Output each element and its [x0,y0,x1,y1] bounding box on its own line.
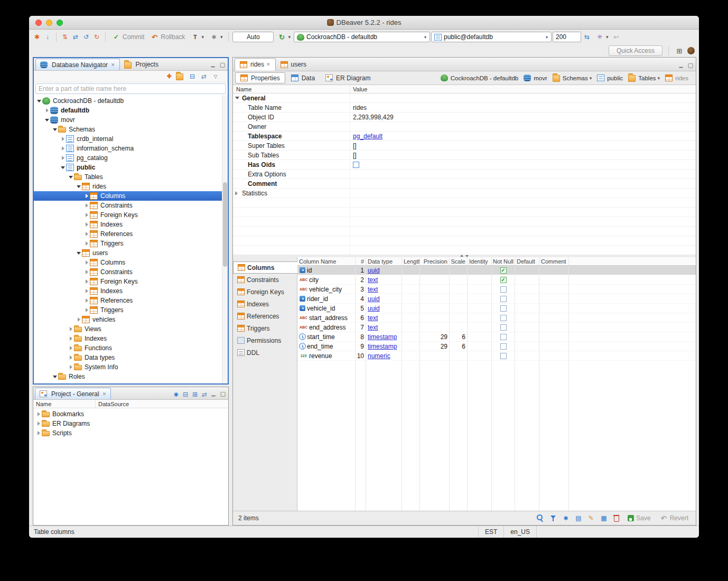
detail-tab-indexes[interactable]: Indexes [233,298,297,310]
dropdown-arrow-icon[interactable] [590,76,592,81]
expand-arrow-icon[interactable] [83,277,90,286]
show-folders-icon[interactable] [176,73,183,80]
tree-item-indexes[interactable]: Indexes [34,220,228,229]
tab-project-general[interactable]: Project - General [35,388,111,399]
not-null-checkbox[interactable] [500,315,507,321]
collapse-arrow-icon[interactable] [60,163,66,172]
column-row-start-time[interactable]: start_time8timestamp296 [297,332,696,342]
tree-item-rides[interactable]: rides [34,182,228,191]
detail-tab-ddl[interactable]: DDL [233,346,297,359]
detail-tab-foreign-keys[interactable]: Foreign Keys [233,286,297,298]
grid-header-not-null[interactable]: Not Null [492,257,515,265]
tree-item-defaultdb[interactable]: defaultdb [34,106,228,115]
transaction-settings-button[interactable] [207,31,225,43]
gear-icon[interactable] [562,514,570,522]
tree-item-references[interactable]: References [34,229,228,239]
tree-item-triggers[interactable]: Triggers [34,239,228,248]
column-row-vehicle-city[interactable]: vehicle_city3text [297,285,696,294]
column-type-link[interactable]: numeric [368,352,390,360]
tablespace-link[interactable]: pg_default [353,133,382,140]
new-wizard-icon[interactable] [32,32,42,42]
view-menu-icon[interactable] [211,72,220,81]
transaction-mode-button[interactable] [188,31,206,43]
link-with-editor-icon[interactable] [199,72,209,81]
expand-arrow-icon[interactable] [76,315,82,324]
grid-header-data-type[interactable]: Data type [366,257,402,265]
tree-item-foreign-keys[interactable]: Foreign Keys [34,210,228,220]
tree-item-cockroachdb-defaultdb[interactable]: CockroachDB - defaultdb [34,96,228,106]
undo-transaction-icon[interactable] [81,32,91,42]
expand-arrow-icon[interactable] [83,210,90,220]
property-group-general[interactable]: General [233,93,696,103]
tab-properties[interactable]: Properties [235,72,285,83]
rollback-button[interactable]: Rollback [147,31,187,43]
zoom-window-button[interactable] [57,20,63,26]
breadcrumb-item-cockroachdb-defaultdb[interactable]: CockroachDB - defaultdb [441,74,518,81]
expand-arrow-icon[interactable] [68,353,74,362]
sql-generator-button[interactable] [593,31,611,43]
tree-item-schemas[interactable]: Schemas [34,125,228,134]
column-type-link[interactable]: timestamp [368,333,397,341]
close-icon[interactable] [111,62,115,68]
project-item-scripts[interactable]: Scripts [33,428,228,438]
tree-item-indexes[interactable]: Indexes [34,286,228,296]
not-null-checkbox[interactable] [500,286,507,293]
redo-transaction-icon[interactable] [92,32,101,42]
save-button[interactable]: Save [625,513,652,523]
detail-tab-constraints[interactable]: Constraints [233,274,297,286]
tree-item-constraints[interactable]: Constraints [34,267,228,277]
execute-script-icon[interactable] [71,32,80,42]
back-navigation-icon[interactable] [612,32,621,42]
revert-button[interactable]: Revert [658,513,690,523]
tree-item-functions[interactable]: Functions [34,343,228,353]
tree-item-columns[interactable]: Columns [34,191,228,201]
project-item-er-diagrams[interactable]: ER Diagrams [33,419,228,428]
connection-select[interactable]: CockroachDB - defaultdb [294,32,430,42]
column-row-start-address[interactable]: start_address6text [297,313,696,323]
expand-arrow-icon[interactable] [83,296,90,305]
expand-arrow-icon[interactable] [44,106,50,115]
not-null-checkbox[interactable] [500,353,507,359]
tree-item-crdb-internal[interactable]: crdb_internal [34,134,228,144]
column-type-link[interactable]: text [368,286,378,293]
tree-item-constraints[interactable]: Constraints [34,201,228,210]
column-row-revenue[interactable]: revenue10numeric [297,351,696,361]
close-window-button[interactable] [35,20,42,26]
schema-select[interactable]: public@defaultdb [431,32,552,42]
grid-header-[interactable]: # [356,257,366,265]
editor-tab-rides[interactable]: rides [235,58,276,71]
expand-arrow-icon[interactable] [60,144,66,153]
property-row-sub-tables[interactable]: Sub Tables[] [233,151,696,160]
not-null-checkbox[interactable] [500,324,507,331]
property-row-extra-options[interactable]: Extra Options [233,170,696,179]
property-row-super-tables[interactable]: Super Tables[] [233,141,696,151]
tree-item-triggers[interactable]: Triggers [34,305,228,315]
breadcrumb-item-schemas[interactable]: Schemas [553,74,592,82]
property-row-tablespace[interactable]: Tablespacepg_default [233,132,696,141]
expand-arrow-icon[interactable] [83,286,90,296]
dropdown-arrow-icon[interactable] [658,76,660,81]
property-row-has-oids[interactable]: Has Oids [233,160,696,170]
tree-item-columns[interactable]: Columns [34,258,228,267]
new-object-icon[interactable] [164,72,174,81]
group-toggle-icon[interactable] [235,191,241,195]
expand-arrow-icon[interactable] [68,324,74,334]
group-toggle-icon[interactable] [235,95,241,101]
expand-arrow-icon[interactable] [68,334,74,343]
combo-arrow-icon[interactable] [421,32,430,42]
table-filter-input[interactable] [35,83,226,94]
breadcrumb-item-public[interactable]: public [597,74,623,81]
grid-header-column-name[interactable]: Column Name [297,257,356,265]
not-null-checkbox[interactable] [500,296,507,302]
property-row-comment[interactable]: Comment [233,179,696,189]
close-icon[interactable] [102,391,107,397]
collapse-all-icon[interactable] [181,390,190,399]
minimize-icon[interactable] [209,60,217,69]
breadcrumb-item-rides[interactable]: rides [665,74,688,81]
sync-connection-icon[interactable] [582,32,592,42]
expand-arrow-icon[interactable] [83,258,90,267]
edit-icon[interactable] [587,514,595,522]
tree-item-movr[interactable]: movr [34,115,228,125]
tree-item-pg-catalog[interactable]: pg_catalog [34,153,228,163]
property-row-owner[interactable]: Owner [233,122,696,132]
